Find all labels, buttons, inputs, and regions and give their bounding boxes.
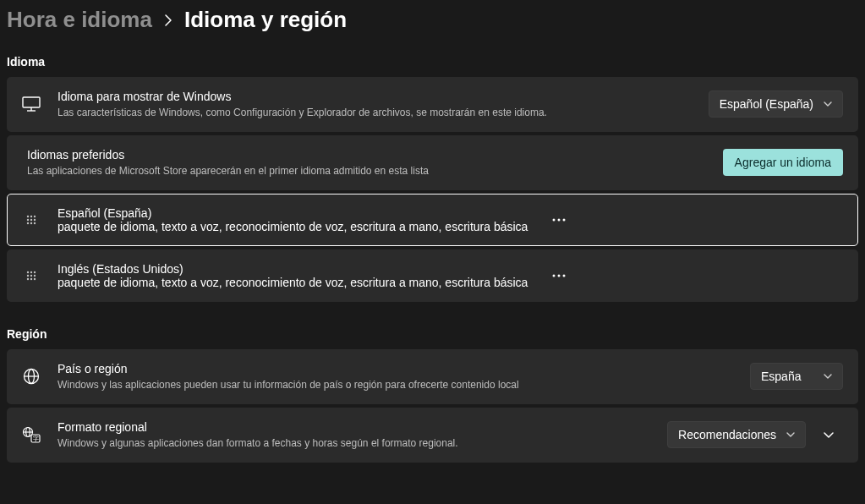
- globe-translate-icon: 字: [22, 426, 41, 443]
- regional-format-dropdown[interactable]: Recomendaciones: [667, 421, 806, 448]
- preferred-languages-title: Idiomas preferidos: [27, 147, 706, 162]
- svg-point-17: [34, 271, 36, 273]
- display-language-title: Idioma para mostrar de Windows: [57, 89, 692, 104]
- regional-format-card: 字 Formato regional Windows y algunas apl…: [7, 408, 858, 463]
- breadcrumb: Hora e idioma Idioma y región: [7, 7, 858, 33]
- svg-point-8: [34, 219, 36, 221]
- svg-text:字: 字: [33, 436, 39, 442]
- language-name: Inglés (Estados Unidos): [57, 262, 528, 276]
- svg-point-6: [27, 219, 29, 221]
- svg-point-13: [558, 218, 561, 221]
- svg-rect-0: [23, 97, 40, 107]
- preferred-languages-card: Idiomas preferidos Las aplicaciones de M…: [7, 135, 858, 190]
- svg-point-25: [558, 274, 561, 277]
- svg-point-5: [34, 216, 36, 217]
- svg-point-15: [27, 271, 29, 273]
- country-region-dropdown[interactable]: España: [750, 363, 843, 390]
- display-language-dropdown[interactable]: Español (España): [709, 90, 843, 118]
- drag-handle-icon[interactable]: [22, 270, 41, 282]
- svg-point-10: [30, 222, 32, 224]
- svg-point-16: [30, 271, 32, 273]
- svg-point-7: [30, 219, 32, 221]
- display-language-card: Idioma para mostrar de Windows Las carac…: [7, 77, 858, 132]
- svg-point-23: [34, 278, 36, 280]
- breadcrumb-parent[interactable]: Hora e idioma: [7, 7, 152, 33]
- regional-format-value: Recomendaciones: [678, 428, 776, 441]
- more-options-button[interactable]: [545, 261, 573, 290]
- country-region-title: País o región: [57, 361, 733, 376]
- svg-point-3: [27, 216, 29, 217]
- add-language-button[interactable]: Agregar un idioma: [723, 149, 843, 176]
- svg-point-19: [30, 275, 32, 277]
- svg-point-12: [553, 218, 556, 221]
- svg-point-18: [27, 275, 29, 277]
- expand-button[interactable]: [814, 420, 843, 449]
- section-title-region: Región: [7, 327, 858, 341]
- svg-point-11: [34, 222, 36, 224]
- country-region-desc: Windows y las aplicaciones pueden usar t…: [57, 378, 733, 392]
- display-language-desc: Las características de Windows, como Con…: [57, 106, 692, 120]
- drag-handle-icon[interactable]: [22, 214, 41, 226]
- language-detail: paquete de idioma, texto a voz, reconoci…: [57, 276, 528, 289]
- language-item-english[interactable]: Inglés (Estados Unidos) paquete de idiom…: [7, 249, 858, 302]
- country-region-card: País o región Windows y las aplicaciones…: [7, 349, 858, 404]
- section-title-language: Idioma: [7, 55, 858, 68]
- svg-point-14: [563, 218, 566, 221]
- regional-format-title: Formato regional: [57, 419, 650, 435]
- chevron-down-icon: [824, 101, 832, 107]
- chevron-down-icon: [786, 432, 795, 437]
- svg-point-26: [563, 274, 566, 277]
- svg-point-20: [34, 275, 36, 277]
- display-language-value: Español (España): [720, 97, 813, 111]
- svg-point-24: [553, 274, 556, 277]
- globe-icon: [22, 368, 41, 385]
- preferred-languages-desc: Las aplicaciones de Microsoft Store apar…: [27, 164, 706, 178]
- chevron-down-icon: [824, 374, 832, 379]
- monitor-icon: [22, 96, 41, 112]
- regional-format-desc: Windows y algunas aplicaciones dan forma…: [57, 436, 650, 451]
- chevron-right-icon: [164, 14, 172, 26]
- svg-point-4: [30, 216, 32, 217]
- more-options-button[interactable]: [545, 205, 573, 234]
- language-name: Español (España): [57, 206, 528, 220]
- svg-point-21: [27, 278, 29, 280]
- language-item-spanish[interactable]: Español (España) paquete de idioma, text…: [7, 194, 858, 246]
- svg-point-22: [30, 278, 32, 280]
- breadcrumb-current: Idioma y región: [184, 7, 347, 33]
- language-detail: paquete de idioma, texto a voz, reconoci…: [57, 220, 528, 233]
- svg-point-9: [27, 222, 29, 224]
- country-region-value: España: [761, 370, 801, 383]
